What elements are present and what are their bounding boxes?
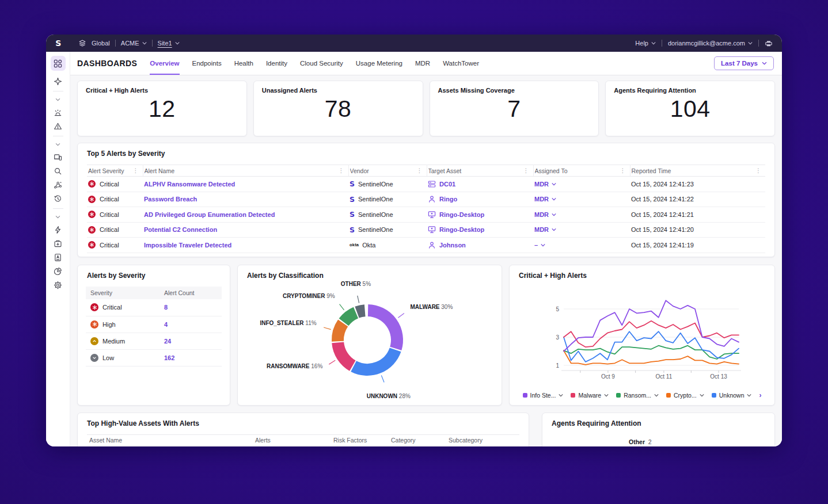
kpi-card-critical-high-alerts[interactable]: Critical + High Alerts12 [77,81,247,136]
chevron-down-icon [55,215,60,219]
sidebar-item-packages[interactable] [51,236,66,250]
sidebar-item-settings[interactable] [51,278,66,292]
target-asset-link[interactable]: Ringo-Desktop [439,211,484,218]
kpi-card-agents-requiring-attention[interactable]: Agents Requiring Attention104 [605,81,775,136]
assigned-to-dropdown[interactable]: – [534,242,538,249]
assigned-to-dropdown[interactable]: MDR [534,181,549,188]
column-menu-icon[interactable]: ⋮ [754,167,763,174]
sidebar-item-graph[interactable] [51,178,66,192]
column-menu-icon[interactable]: ⋮ [415,167,424,174]
donut-slice-cryptominer[interactable] [344,313,356,322]
sentinelone-logo[interactable]: S [46,35,70,52]
sidebar-item-policy[interactable] [51,250,66,264]
reported-time: Oct 15, 2024 12:41:19 [630,238,765,253]
sidebar-item-dashboards[interactable] [51,56,66,71]
alert-name-link[interactable]: Password Breach [144,196,197,203]
table-row[interactable]: CriticalAD Privileged Group Enumeration … [87,207,765,223]
sidebar-item-threats[interactable] [51,119,66,133]
tab-mdr[interactable]: MDR [415,52,430,75]
chevron-down-icon [604,394,609,397]
donut-slice-info-stealer[interactable] [337,323,343,342]
target-asset-link[interactable]: Ringo-Desktop [439,226,484,233]
alerts-line-chart[interactable]: 135Oct 9Oct 11Oct 13 [510,265,776,406]
series-line-info-ste[interactable] [564,300,739,351]
target-asset-link[interactable]: Johnson [439,242,466,249]
series-line-ransom[interactable] [564,346,739,359]
tab-identity[interactable]: Identity [266,52,287,75]
sidebar-item-devices[interactable] [51,150,66,164]
sidebar-collapse-chevron[interactable] [55,213,60,221]
table-row[interactable]: CriticalALPHV Ransomware DetectedSSentin… [87,177,765,192]
alert-name-link[interactable]: Potential C2 Connection [144,226,217,233]
severity-label: Low [102,354,114,361]
legend-item-malware[interactable]: Malware [571,392,609,399]
table-row[interactable]: CriticalImpossible Traveler Detectedokta… [87,238,765,253]
kpi-card-assets-missing-coverage[interactable]: Assets Missing Coverage7 [430,81,599,136]
assigned-to-dropdown[interactable]: MDR [534,196,549,203]
table-row[interactable]: Low162 [86,349,222,366]
assigned-to-dropdown[interactable]: MDR [534,226,549,233]
tab-cloud-security[interactable]: Cloud Security [300,52,343,75]
sidebar-item-alerts[interactable] [51,105,66,119]
tab-usage-metering[interactable]: Usage Metering [356,52,402,75]
sidebar-item-reports[interactable] [51,264,66,278]
tab-endpoints[interactable]: Endpoints [192,52,222,75]
sidebar-item-automation[interactable] [51,223,66,236]
column-menu-icon[interactable]: ⋮ [522,167,531,174]
donut-label: CRYPTOMINER 9% [283,293,335,299]
alert-count-link[interactable]: 4 [164,321,168,328]
tab-health[interactable]: Health [234,52,253,75]
legend-item-crypto[interactable]: Crypto... [666,392,704,399]
table-row[interactable]: High4 [86,316,222,333]
sidebar-collapse-chevron[interactable] [55,140,60,148]
account-selector[interactable]: ACME [121,40,147,47]
severity-critical-icon [88,241,96,249]
alert-name-link[interactable]: AD Privileged Group Enumeration Detected [144,211,275,218]
legend-item-info-ste[interactable]: Info Ste... [523,392,564,399]
help-menu[interactable]: Help [635,40,656,47]
target-asset-link[interactable]: Ringo [439,196,457,203]
column-menu-icon[interactable]: ⋮ [337,167,346,174]
scope-global[interactable]: Global [92,40,110,47]
donut-slice-unknown[interactable] [354,350,396,370]
alert-count-link[interactable]: 8 [164,304,168,311]
legend-item-ransom[interactable]: Ransom... [616,392,659,399]
sidebar-item-search[interactable] [51,164,66,178]
legend-item-unknown[interactable]: Unknown [712,392,752,399]
tab-overview[interactable]: Overview [150,52,179,75]
table-row[interactable]: Critical8 [86,299,222,316]
table-row[interactable]: CriticalPassword BreachSSentinelOneRingo… [87,192,765,207]
sidebar-item-purple-ai[interactable] [51,74,66,88]
user-menu[interactable]: dorianmcgillick@acme.com [668,40,753,47]
table-row[interactable]: CriticalPotential C2 ConnectionSSentinel… [87,222,765,238]
time-range-button[interactable]: Last 7 Days [714,56,774,70]
donut-slice-other[interactable] [357,311,365,312]
sidebar-collapse-chevron[interactable] [55,96,60,104]
alert-count-link[interactable]: 24 [164,338,171,345]
donut-slice-malware[interactable] [368,311,397,349]
gear-icon [54,281,62,289]
y-tick-label: 1 [556,362,559,369]
tab-watchtower[interactable]: WatchTower [443,52,479,75]
site-selector[interactable]: Site1 [158,40,180,47]
network-graph-icon [54,181,62,189]
assigned-to-dropdown[interactable]: MDR [534,211,549,218]
series-line-malware[interactable] [564,321,739,347]
target-asset-link[interactable]: DC01 [439,181,455,188]
classification-donut-chart[interactable]: MALWARE 30%UNKNOWN 28%RANSOMWARE 16%INFO… [238,265,503,406]
legend-next-arrow[interactable]: › [759,392,761,399]
severity-low-icon [90,354,98,362]
column-header-assigned-to: Assigned To⋮ [533,165,630,177]
table-row[interactable]: Medium24 [86,333,222,349]
alert-count-link[interactable]: 162 [164,354,174,361]
kpi-card-unassigned-alerts[interactable]: Unassigned Alerts78 [253,81,423,136]
column-menu-icon[interactable]: ⋮ [131,167,140,174]
panel-title: Top High-Value Assets With Alerts [78,413,529,433]
console-printer-icon[interactable] [765,40,773,47]
alerts-by-severity-panel: Alerts by Severity SeverityAlert Count C… [77,265,230,406]
column-menu-icon[interactable]: ⋮ [618,167,628,174]
donut-slice-ransomware[interactable] [338,342,353,365]
alert-name-link[interactable]: ALPHV Ransomware Detected [144,181,235,188]
alert-name-link[interactable]: Impossible Traveler Detected [144,242,231,249]
sidebar-item-history[interactable] [51,192,66,205]
